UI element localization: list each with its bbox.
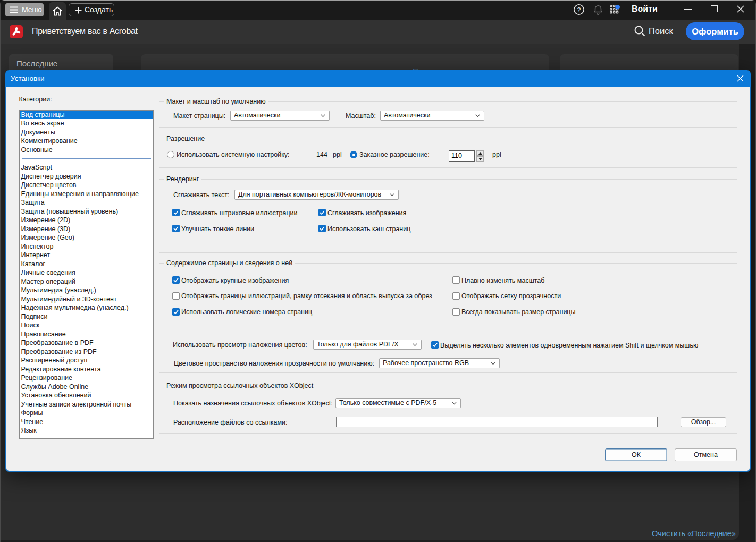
svg-text:?: ? [577, 6, 581, 14]
